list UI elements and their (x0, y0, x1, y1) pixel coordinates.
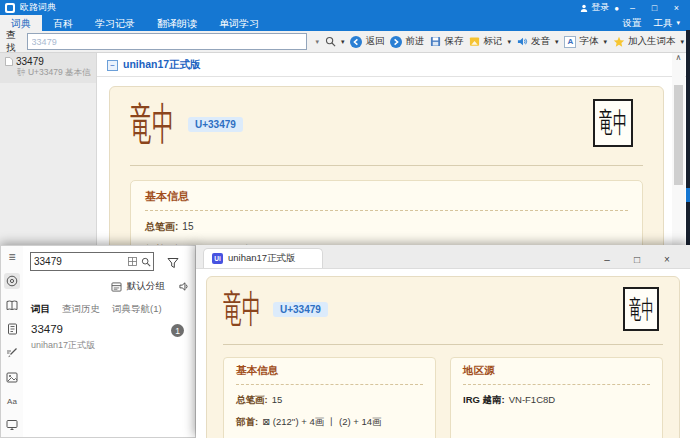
search-button[interactable] (325, 36, 345, 47)
mini-speaker-icon[interactable] (179, 281, 190, 292)
entry-list-item[interactable]: 33479 竜中 U+33479 基本信息 (0, 53, 96, 83)
find-label: 查找 (6, 29, 21, 55)
mini-search-input[interactable] (31, 256, 128, 267)
page-icon (5, 57, 13, 66)
glyph-char: 竜中 (599, 104, 627, 142)
font-button[interactable]: 字体 (564, 35, 607, 48)
lookup-icon[interactable] (4, 273, 20, 289)
font-label: 字体 (579, 35, 598, 48)
scrollbar-thumb[interactable] (674, 85, 683, 185)
popup-tab[interactable]: Ui unihan17正式版 (203, 248, 323, 268)
menu-bar: 词典 百科 学习记录 翻译朗读 单词学习 设置 工具 (0, 15, 690, 31)
headword: 竜中 (130, 102, 174, 146)
popup-maximize-button[interactable] (622, 254, 652, 265)
book-icon[interactable] (4, 297, 20, 313)
dict-section-header[interactable]: unihan17正式版 (97, 53, 690, 77)
popup-radical-row: 部首:⊠ (212'') + 4画 丨 (2) + 14画 (236, 416, 423, 429)
tab-headword[interactable]: 词目 (31, 303, 50, 316)
filter-funnel-icon[interactable] (167, 255, 179, 273)
background-window-accent (686, 188, 690, 202)
user-icon (580, 4, 588, 12)
popup-region-title: 地区源 (463, 364, 650, 385)
basic-info-title: 基本信息 (145, 189, 628, 211)
save-label: 保存 (444, 35, 463, 48)
brush-icon[interactable] (4, 345, 20, 361)
collapse-icon[interactable] (107, 60, 118, 71)
entry-subtitle: 竜中 U+33479 基本信息 (17, 67, 91, 79)
popup-close-button[interactable] (652, 254, 682, 265)
floppy-icon (430, 36, 441, 47)
popup-tab-title: unihan17正式版 (228, 252, 296, 265)
popup-irg-label: IRG 越南: (463, 394, 505, 405)
popup-minimize-button[interactable] (592, 254, 622, 265)
maximize-button[interactable] (646, 3, 663, 13)
minimize-button[interactable] (624, 3, 641, 13)
popup-codepoint-badge: U+33479 (273, 302, 328, 317)
circle-a-icon (6, 275, 18, 287)
tab-search-history[interactable]: 查词历史 (62, 303, 100, 316)
result-item[interactable]: 33479 1 unihan17正式版 (31, 323, 186, 352)
mark-button[interactable]: 标记 (469, 35, 511, 48)
menu-tab-study-record[interactable]: 学习记录 (84, 15, 146, 31)
status-circle-icon[interactable] (614, 3, 619, 13)
popup-glyph-char: 竜中 (629, 293, 654, 326)
popup-basic-info-title: 基本信息 (236, 364, 423, 385)
entry-subtitle-text: U+33479 基本信息 (28, 67, 91, 77)
result-count-badge: 1 (171, 324, 184, 337)
pronounce-button[interactable]: 发音 (517, 35, 559, 48)
monitor-icon[interactable] (4, 417, 20, 433)
menu-tab-encyclopedia[interactable]: 百科 (42, 15, 84, 31)
tools-button[interactable]: 工具 (653, 17, 680, 30)
popup-window-controls (592, 254, 690, 265)
save-button[interactable]: 保存 (430, 35, 463, 48)
popup-irg-row: IRG 越南:VN-F1C8D (463, 394, 650, 407)
popup-headword: 竜中 (223, 290, 261, 328)
tab-dict-navigation[interactable]: 词典导航(1) (112, 303, 162, 316)
font-letter-icon (564, 36, 576, 48)
back-button[interactable]: 返回 (350, 35, 384, 48)
strokes-label: 总笔画: (145, 221, 178, 232)
menu-icon[interactable] (4, 249, 20, 265)
strokes-value: 15 (182, 221, 193, 232)
scroll-up-arrow[interactable] (672, 53, 685, 65)
back-arrow-icon (350, 36, 362, 48)
settings-button[interactable]: 设置 (622, 17, 641, 30)
mini-magnifier-icon[interactable] (141, 257, 151, 267)
close-button[interactable] (668, 3, 685, 13)
search-dropdown-arrow[interactable] (313, 38, 319, 46)
mark-flag-icon (469, 36, 480, 47)
menu-tab-translate-read[interactable]: 翻译朗读 (146, 15, 208, 31)
star-icon (613, 36, 625, 48)
popup-irg-value: VN-F1C8D (509, 394, 555, 405)
notebook-icon[interactable] (4, 321, 20, 337)
group-selector[interactable]: 默认分组 (111, 280, 190, 293)
search-input[interactable] (27, 33, 308, 50)
popup-strokes-label: 总笔画: (236, 394, 268, 405)
entry-char: 竜中 (17, 67, 26, 79)
headword-row: 竜中 U+33479 竜中 (130, 99, 643, 149)
login-button[interactable]: 登录 (580, 1, 609, 14)
tab-favicon: Ui (212, 253, 223, 264)
titlebar: 欧路词典 登录 (0, 0, 690, 15)
codepoint-badge: U+33479 (188, 117, 243, 132)
popup-divider (223, 344, 663, 345)
toolbar: 查找 返回 前进 保存 标记 发音 字体 (0, 31, 690, 53)
window-title: 欧路词典 (20, 1, 56, 14)
login-label: 登录 (591, 1, 609, 14)
popup-strokes-value: 15 (272, 394, 283, 405)
add-wordbook-button[interactable]: 加入生词本 (613, 35, 684, 48)
image-icon[interactable] (4, 369, 20, 385)
forward-arrow-icon (390, 36, 402, 48)
ime-grid-icon[interactable] (128, 257, 137, 266)
popup-definition-card: 竜中 U+33479 竜中 基本信息 总笔画:15 部首:⊠ (212'') +… (206, 276, 680, 438)
group-icon (111, 282, 122, 292)
group-label: 默认分组 (127, 280, 165, 293)
popup-tabbar: Ui unihan17正式版 (196, 245, 690, 269)
forward-button[interactable]: 前进 (390, 35, 424, 48)
menu-tab-word-learning[interactable]: 单词学习 (208, 15, 270, 31)
entry-title: 33479 (16, 56, 44, 67)
back-label: 返回 (365, 35, 384, 48)
result-subtitle: unihan17正式版 (31, 339, 186, 352)
scrollbar-track[interactable] (672, 53, 685, 245)
font-size-icon[interactable] (4, 393, 20, 409)
